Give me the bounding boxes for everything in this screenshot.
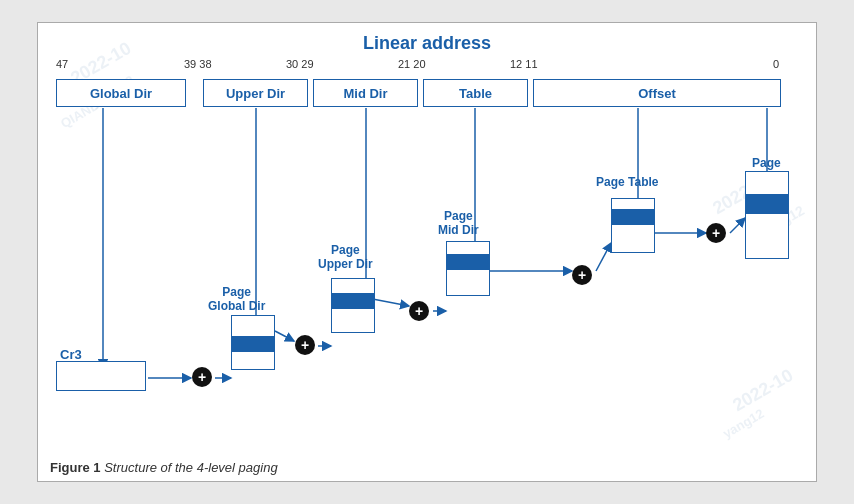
seg-table: Table xyxy=(423,79,528,107)
plus-circle-5: + xyxy=(706,223,726,243)
pmd-label: PageMid Dir xyxy=(438,209,479,238)
plus-circle-4: + xyxy=(572,265,592,285)
page-label: Page xyxy=(752,156,781,170)
figure-container: 2022-10 yang12 QIANB10 2022-10 yang12 20… xyxy=(37,22,817,482)
pt-label: Page Table xyxy=(596,175,658,189)
page-box xyxy=(745,171,789,259)
plus-circle-3: + xyxy=(409,301,429,321)
pgd-box xyxy=(231,315,275,370)
svg-line-13 xyxy=(596,243,611,271)
seg-offset: Offset xyxy=(533,79,781,107)
bit-1211: 12 11 xyxy=(510,58,538,70)
bit-47: 47 xyxy=(56,58,68,70)
bit-3029: 30 29 xyxy=(286,58,314,70)
pud-box xyxy=(331,278,375,333)
caption-text: Structure of the 4-level paging xyxy=(104,460,277,475)
caption-prefix: Figure 1 xyxy=(50,460,101,475)
cr3-box xyxy=(56,361,146,391)
seg-mid-dir: Mid Dir xyxy=(313,79,418,107)
pgd-label: PageGlobal Dir xyxy=(208,285,265,314)
cr3-label: Cr3 xyxy=(60,347,82,362)
svg-line-6 xyxy=(275,331,294,341)
seg-upper-dir: Upper Dir xyxy=(203,79,308,107)
pmd-box xyxy=(446,241,490,296)
diagram-area: Linear address 47 39 38 30 29 21 20 12 1… xyxy=(38,23,816,443)
svg-line-16 xyxy=(730,218,745,233)
plus-circle-2: + xyxy=(295,335,315,355)
figure-caption: Figure 1 Structure of the 4-level paging xyxy=(50,460,278,475)
plus-circle-1: + xyxy=(192,367,212,387)
pt-box xyxy=(611,198,655,253)
bit-2120: 21 20 xyxy=(398,58,426,70)
pud-label: PageUpper Dir xyxy=(318,243,373,272)
seg-global-dir: Global Dir xyxy=(56,79,186,107)
bit-3938: 39 38 xyxy=(184,58,212,70)
diagram-title: Linear address xyxy=(38,23,816,58)
bit-0: 0 xyxy=(773,58,779,70)
